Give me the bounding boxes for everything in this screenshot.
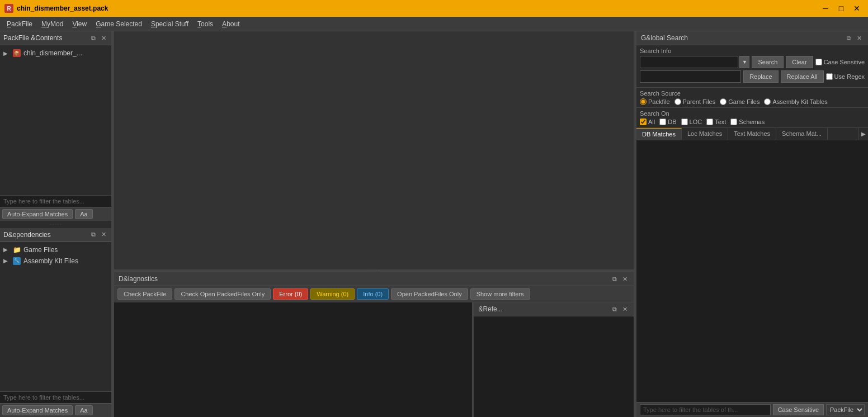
menu-view[interactable]: View bbox=[68, 18, 91, 30]
dependencies-header-controls: ⧉ ✕ bbox=[89, 230, 108, 239]
pack-icon: 📦 bbox=[12, 49, 21, 58]
search-dropdown-arrow[interactable]: ▼ bbox=[739, 56, 749, 68]
diag-header-controls: ⧉ ✕ bbox=[610, 274, 629, 283]
filter-db[interactable]: DB bbox=[659, 119, 676, 125]
packfile-close-btn[interactable]: ✕ bbox=[99, 34, 108, 42]
search-bottom-filter: Case Sensitive PackFile bbox=[636, 402, 868, 417]
auto-expand-btn[interactable]: Auto-Expand Matches bbox=[2, 209, 73, 219]
ref-header: &Refe... ⧉ ✕ bbox=[474, 302, 634, 316]
menu-packfile[interactable]: PackFile bbox=[2, 18, 37, 30]
ref-float-btn[interactable]: ⧉ bbox=[610, 305, 619, 314]
filter-text[interactable]: Text bbox=[706, 119, 726, 125]
center-panel: · · · · · D&iagnostics ⧉ ✕ Check PackFil… bbox=[114, 31, 634, 417]
check-open-packed-btn[interactable]: Check Open PackedFiles Only bbox=[174, 288, 271, 300]
ref-panel-bottom: &Refe... ⧉ ✕ bbox=[473, 302, 634, 417]
menu-about[interactable]: About bbox=[218, 18, 244, 30]
ref-close-btn[interactable]: ✕ bbox=[620, 305, 629, 314]
deps-float-btn[interactable]: ⧉ bbox=[89, 230, 98, 239]
source-parent-radio[interactable] bbox=[674, 98, 681, 105]
search-on-section: Search On All DB LOC Text bbox=[636, 108, 868, 128]
gsearch-float-btn[interactable]: ⧉ bbox=[845, 34, 853, 42]
aa-btn[interactable]: Aa bbox=[75, 209, 92, 219]
clear-button[interactable]: Clear bbox=[786, 56, 813, 68]
replace-input-wrap bbox=[640, 70, 741, 83]
ref-title: &Refe... bbox=[478, 305, 502, 313]
minimize-button[interactable]: ─ bbox=[819, 3, 832, 14]
menu-special-stuff[interactable]: Special Stuff bbox=[147, 18, 193, 30]
diag-float-btn[interactable]: ⧉ bbox=[610, 274, 619, 283]
dependencies-panel-header: D&ependencies ⧉ ✕ bbox=[0, 228, 111, 242]
maximize-button[interactable]: □ bbox=[834, 3, 848, 14]
left-panel: PackFile &Contents ⧉ ✕ ▶ 📦 chin_dismembe… bbox=[0, 31, 112, 417]
search-results-tabs: DB Matches Loc Matches Text Matches Sche… bbox=[636, 128, 868, 140]
diagnostics-header: D&iagnostics ⧉ ✕ bbox=[114, 272, 634, 286]
open-packed-only-btn[interactable]: Open PackedFiles Only bbox=[391, 288, 468, 300]
show-more-filters-btn[interactable]: Show more filters bbox=[470, 288, 530, 300]
tab-db-matches[interactable]: DB Matches bbox=[636, 128, 682, 140]
case-sensitive-checkbox[interactable] bbox=[815, 59, 822, 65]
search-button[interactable]: Search bbox=[752, 56, 784, 68]
filter-loc-checkbox[interactable] bbox=[681, 119, 688, 125]
replace-button[interactable]: Replace bbox=[743, 70, 778, 83]
source-parent-files[interactable]: Parent Files bbox=[674, 98, 716, 105]
filter-schemas[interactable]: Schemas bbox=[730, 119, 765, 125]
source-game-radio[interactable] bbox=[720, 98, 727, 105]
search-input-wrap: ▼ bbox=[640, 56, 749, 68]
use-regex-label[interactable]: Use Regex bbox=[826, 73, 865, 80]
search-results-area bbox=[636, 140, 868, 402]
source-packfile[interactable]: Packfile bbox=[640, 98, 670, 105]
filter-schemas-checkbox[interactable] bbox=[730, 119, 737, 125]
warning-btn[interactable]: Warning (0) bbox=[310, 288, 355, 300]
filter-loc[interactable]: LOC bbox=[681, 119, 702, 125]
case-sensitive-label[interactable]: Case Sensitive bbox=[815, 59, 865, 65]
gsearch-close-btn[interactable]: ✕ bbox=[855, 34, 864, 42]
tab-schema-matches[interactable]: Schema Mat... bbox=[776, 128, 828, 140]
tree-item-label: chin_dismember_... bbox=[23, 49, 82, 57]
search-filter-input[interactable] bbox=[640, 404, 771, 415]
diagnostics-toolbar: Check PackFile Check Open PackedFiles On… bbox=[114, 286, 634, 302]
deps-close-btn[interactable]: ✕ bbox=[99, 230, 108, 239]
center-resize-handle[interactable]: · · · · · bbox=[114, 269, 634, 272]
replace-all-button[interactable]: Replace All bbox=[781, 70, 824, 83]
menu-tools[interactable]: Tools bbox=[193, 18, 218, 30]
replace-input[interactable] bbox=[640, 70, 741, 83]
tree-item-game-files[interactable]: ▶ 📁 Game Files bbox=[0, 244, 111, 255]
filter-text-checkbox[interactable] bbox=[706, 119, 713, 125]
filter-all[interactable]: All bbox=[640, 119, 655, 125]
right-panel: G&lobal Search ⧉ ✕ Search Info ▼ Search … bbox=[636, 31, 868, 417]
search-source-section: Search Source Packfile Parent Files Game… bbox=[636, 88, 868, 108]
tree-item-pack[interactable]: ▶ 📦 chin_dismember_... bbox=[0, 48, 111, 59]
search-info-label: Search Info bbox=[640, 48, 865, 54]
search-input[interactable] bbox=[640, 56, 738, 68]
case-sensitive-filter-btn[interactable]: Case Sensitive bbox=[773, 404, 824, 415]
source-game-files[interactable]: Game Files bbox=[720, 98, 760, 105]
tab-loc-matches[interactable]: Loc Matches bbox=[682, 128, 728, 140]
deps-auto-expand-btn[interactable]: Auto-Expand Matches bbox=[2, 405, 73, 415]
filter-db-checkbox[interactable] bbox=[659, 119, 666, 125]
menu-mymod[interactable]: MyMod bbox=[37, 18, 68, 30]
app-icon: R bbox=[4, 4, 13, 13]
close-button[interactable]: ✕ bbox=[850, 3, 864, 14]
packfile-tree: ▶ 📦 chin_dismember_... bbox=[0, 45, 111, 195]
tab-text-matches[interactable]: Text Matches bbox=[728, 128, 776, 140]
menu-game-selected[interactable]: Game Selected bbox=[91, 18, 147, 30]
source-assembly-kit[interactable]: Assembly Kit Tables bbox=[764, 98, 827, 105]
packfile-float-btn[interactable]: ⧉ bbox=[89, 34, 98, 42]
check-packfile-btn[interactable]: Check PackFile bbox=[117, 288, 172, 300]
diag-close-btn[interactable]: ✕ bbox=[620, 274, 629, 283]
error-btn[interactable]: Error (0) bbox=[273, 288, 308, 300]
deps-aa-btn[interactable]: Aa bbox=[75, 405, 92, 415]
folder-icon: 📁 bbox=[12, 245, 21, 254]
use-regex-checkbox[interactable] bbox=[826, 73, 833, 80]
tabs-scroll-arrow[interactable]: ▶ bbox=[858, 128, 868, 140]
deps-filter-input[interactable] bbox=[0, 391, 111, 403]
tree-item-assembly-kit[interactable]: ▶ 🔧 Assembly Kit Files bbox=[0, 255, 111, 267]
filter-all-checkbox[interactable] bbox=[640, 119, 647, 125]
search-row: ▼ Search Clear Case Sensitive bbox=[640, 56, 865, 68]
source-assembly-radio[interactable] bbox=[764, 98, 771, 105]
global-search-title: G&lobal Search bbox=[641, 34, 688, 42]
packfile-filter-input[interactable] bbox=[0, 195, 111, 207]
packfile-select[interactable]: PackFile bbox=[826, 404, 865, 415]
source-packfile-radio[interactable] bbox=[640, 98, 647, 105]
info-btn[interactable]: Info (0) bbox=[357, 288, 389, 300]
